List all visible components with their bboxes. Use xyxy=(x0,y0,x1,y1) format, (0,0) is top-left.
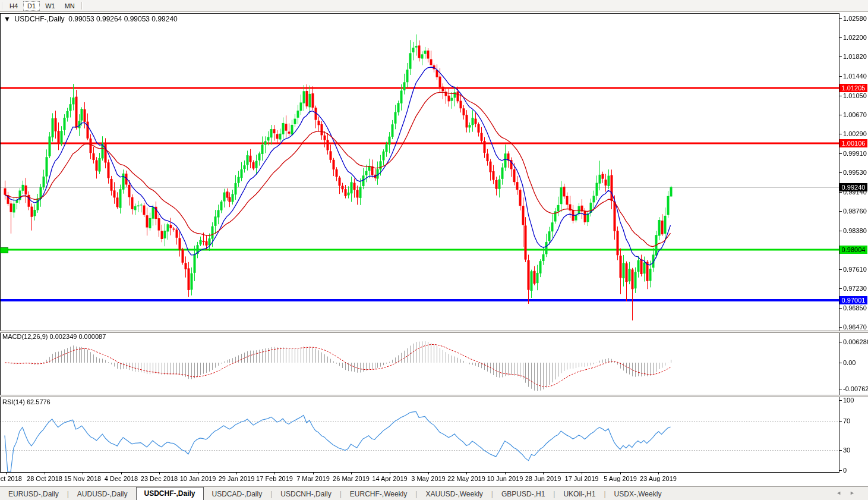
pane-separator-rsi[interactable] xyxy=(0,395,868,397)
price-axis-label: 0.99530 xyxy=(843,169,867,177)
symbol-tab-audusd[interactable]: AUDUSD-,Daily xyxy=(69,488,136,500)
axis-tick-mark xyxy=(839,18,842,19)
date-tick-mark xyxy=(313,472,314,474)
axis-tick-mark xyxy=(839,400,842,401)
date-tick-mark xyxy=(543,472,544,474)
date-axis-label: 9 Oct 2018 xyxy=(0,475,22,482)
axis-tick-mark xyxy=(839,288,842,289)
date-tick-mark xyxy=(45,472,45,474)
axis-tick-mark xyxy=(839,308,842,309)
date-axis-label: 4 Dec 2018 xyxy=(105,475,138,482)
price-axis-label: 0.98760 xyxy=(843,207,867,215)
current-price-badge: 0.99240 xyxy=(839,183,867,191)
chart-tabbar: EURUSD-,Daily|AUDUSD-,DailyUSDCHF-,Daily… xyxy=(0,486,868,500)
chart-tabs: EURUSD-,Daily|AUDUSD-,DailyUSDCHF-,Daily… xyxy=(0,487,670,500)
date-tick-mark xyxy=(274,472,275,474)
price-axis-label: 1.02200 xyxy=(843,34,867,42)
macd-label: MACD(12,26,9) 0.002349 0.000087 xyxy=(2,333,106,340)
price-axis-label: 1.02580 xyxy=(843,15,867,23)
date-axis-label: 22 May 2019 xyxy=(447,475,485,482)
price-axis-label: 1.01820 xyxy=(843,53,867,61)
rsi-axis-label: 70 xyxy=(843,417,850,425)
price-axis-label: 0.96850 xyxy=(843,304,867,312)
price-axis-label: 0.97230 xyxy=(843,285,867,293)
chart-frame-top xyxy=(0,13,839,14)
chart-frame-right xyxy=(839,13,839,473)
timeframe-button-h4[interactable]: H4 xyxy=(5,1,22,11)
macd-axis-label: 0.00 xyxy=(843,359,856,367)
date-axis-label: 28 Oct 2018 xyxy=(27,475,62,482)
rsi-axis-label: 0 xyxy=(843,467,847,474)
date-axis-label: 23 Aug 2019 xyxy=(640,475,677,482)
symbol-tab-usdx[interactable]: USDX-,Weekly xyxy=(606,488,670,500)
axis-tick-mark xyxy=(839,421,842,422)
price-axis-label: 0.98380 xyxy=(843,227,867,235)
axis-tick-mark xyxy=(839,96,842,96)
axis-tick-mark xyxy=(839,342,842,342)
timeframe-button-d1[interactable]: D1 xyxy=(23,1,40,11)
axis-tick-mark xyxy=(839,211,842,212)
chart-title: ▼ USDCHF-,Daily 0.99053 0.99264 0.99053 … xyxy=(4,15,178,23)
date-axis-label: 3 May 2019 xyxy=(411,475,445,482)
axis-tick-mark xyxy=(839,134,842,134)
price-axis-label: 1.00670 xyxy=(843,111,867,119)
date-axis-label: 14 Apr 2019 xyxy=(372,475,407,482)
symbol-tab-eurchf[interactable]: EURCHF-,Weekly xyxy=(342,488,415,500)
chart-frame-left xyxy=(0,13,1,472)
pane-separator-macd[interactable] xyxy=(0,331,868,333)
axis-tick-mark xyxy=(839,470,842,471)
timeframe-buttons: H4D1W1MN xyxy=(5,1,80,11)
symbol-tab-usdcnh[interactable]: USDCNH-,Daily xyxy=(272,488,339,500)
date-axis-label: 7 Mar 2019 xyxy=(296,475,330,482)
support-blue-price-badge: 0.97001 xyxy=(839,296,867,304)
axis-tick-mark xyxy=(839,389,842,389)
axis-tick-mark xyxy=(839,115,842,115)
date-axis-label: 10 Jan 2019 xyxy=(180,475,216,482)
date-tick-mark xyxy=(466,472,467,474)
axis-tick-mark xyxy=(839,450,842,451)
resistance-upper-price-badge: 1.01205 xyxy=(839,84,867,92)
symbol-tab-gbpusd[interactable]: GBPUSD-,H1 xyxy=(493,488,553,500)
timeframe-button-w1[interactable]: W1 xyxy=(41,1,59,11)
date-tick-mark xyxy=(505,472,506,474)
axis-tick-mark xyxy=(839,56,842,57)
symbol-tab-usdchf[interactable]: USDCHF-,Daily xyxy=(136,487,204,500)
rsi-axis-label: 30 xyxy=(843,446,850,454)
axis-tick-mark xyxy=(839,76,842,77)
macd-axis-label: -0.00762 xyxy=(843,385,868,393)
axis-tick-mark xyxy=(839,327,842,328)
date-axis-label: 10 Jun 2019 xyxy=(487,475,523,482)
symbol-tab-usdcad[interactable]: USDCAD-,Daily xyxy=(204,488,271,500)
date-axis-label: 15 Nov 2018 xyxy=(64,475,101,482)
date-tick-mark xyxy=(159,472,160,474)
tab-scroll-arrows: ◄► xyxy=(836,490,863,496)
tab-next-icon[interactable]: ► xyxy=(850,490,863,496)
date-axis-label: 26 Mar 2019 xyxy=(333,475,370,482)
price-chart-canvas[interactable] xyxy=(0,13,839,472)
date-tick-mark xyxy=(620,472,621,474)
tab-prev-icon[interactable]: ◄ xyxy=(836,490,850,496)
date-tick-mark xyxy=(428,472,429,474)
chart-dropdown-icon[interactable]: ▼ xyxy=(4,15,11,23)
timeframe-button-mn[interactable]: MN xyxy=(61,1,79,11)
symbol-tab-xauusd[interactable]: XAUUSD-,Weekly xyxy=(417,488,491,500)
axis-tick-mark xyxy=(839,363,842,363)
support-green-price-badge: 0.98004 xyxy=(839,246,867,254)
date-axis-label: 29 Jan 2019 xyxy=(219,475,255,482)
price-axis-label: 1.00290 xyxy=(843,130,867,138)
chart-frame-bottom xyxy=(0,472,839,473)
price-axis-label: 1.01440 xyxy=(843,73,867,80)
date-axis-label: 28 Jun 2019 xyxy=(525,475,561,482)
chart-symbol-label: USDCHF-,Daily xyxy=(15,15,65,23)
timeframe-toolbar: H4D1W1MN xyxy=(0,0,868,12)
axis-tick-mark xyxy=(839,172,842,173)
axis-tick-mark xyxy=(839,153,842,154)
date-tick-mark xyxy=(6,472,7,474)
date-tick-mark xyxy=(658,472,659,474)
support-line-handle[interactable] xyxy=(0,247,8,253)
symbol-tab-eurusd[interactable]: EURUSD-,Daily xyxy=(0,488,67,500)
date-tick-mark xyxy=(236,472,237,474)
toolbar-divider xyxy=(81,2,83,10)
date-axis-label: 5 Aug 2019 xyxy=(604,475,637,482)
symbol-tab-ukoil[interactable]: UKOil-,H1 xyxy=(555,488,604,500)
